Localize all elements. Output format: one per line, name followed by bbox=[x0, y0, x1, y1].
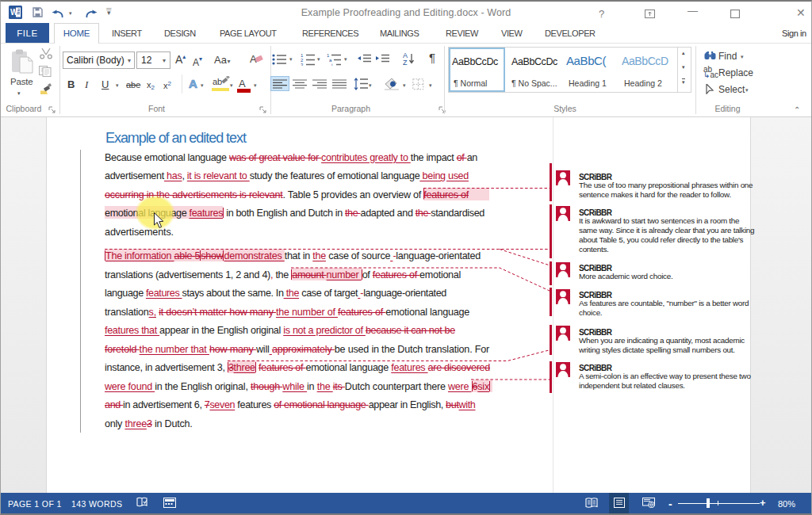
svg-text:Z: Z bbox=[403, 59, 408, 66]
svg-text:3: 3 bbox=[301, 63, 304, 66]
svg-text:i: i bbox=[331, 63, 332, 66]
